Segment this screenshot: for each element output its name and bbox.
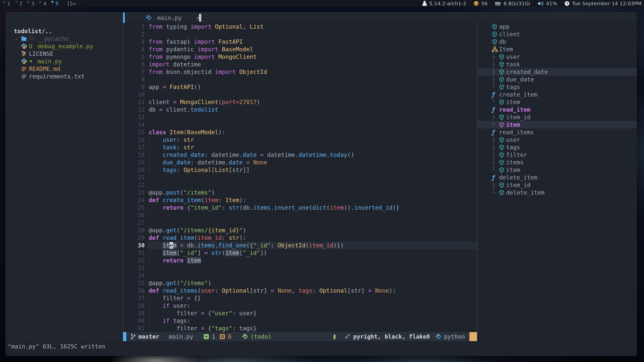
tree-item[interactable]: ›__pycache__	[6, 35, 123, 42]
code-line-28[interactable]: 28@app.get("/items/{item_id}")	[124, 227, 477, 234]
code-line-24[interactable]: 24def create_item(item: Item):	[124, 196, 477, 204]
code-line-19[interactable]: 19due_date: datetime.date = None	[124, 159, 477, 166]
code-line-37[interactable]: 37filter = {}	[124, 294, 477, 302]
branch-icon	[130, 333, 136, 340]
outline-item[interactable]: ├user	[477, 53, 637, 61]
code-editor[interactable]: 1from typing import Optional, List23from…	[124, 23, 477, 341]
layout-indicator[interactable]: []=	[68, 1, 76, 7]
tag-indicator	[4, 1, 5, 3]
field-icon	[499, 182, 506, 188]
outline-item[interactable]: ƒread_item	[477, 106, 637, 113]
field-icon	[499, 152, 506, 158]
command-line-message[interactable]: "main.py" 63L, 1625C written	[6, 341, 637, 356]
code-line-29[interactable]: 29def read_item(item_id: str):	[124, 234, 477, 242]
code-line-17[interactable]: 17task: str	[124, 144, 477, 151]
outline-item[interactable]: ├tags	[477, 144, 637, 151]
code-line-23[interactable]: 23@app.post("/items")	[124, 189, 477, 196]
outline-item[interactable]: ├item_id	[477, 181, 637, 189]
status-package: 56	[473, 1, 488, 7]
code-line-20[interactable]: 20tags: Optional[List[str]]	[124, 166, 477, 174]
code-line-3[interactable]: 3from fastapi import FastAPI	[124, 38, 477, 46]
outline-item[interactable]: Item	[477, 46, 637, 53]
outline-item[interactable]: client	[477, 30, 637, 38]
code-line-31[interactable]: 31item["_id"] = str(item["_id"])	[124, 249, 477, 257]
tab-main-py[interactable]: main.py ✕	[146, 13, 199, 23]
code-line-15[interactable]: 15class Item(BaseModel):	[124, 128, 477, 136]
code-line-27[interactable]: 27	[124, 219, 477, 227]
code-line-8[interactable]: 8	[124, 76, 477, 83]
code-line-2[interactable]: 2	[124, 30, 477, 38]
terminal-editor-window: main.py ✕ todolist/..›__pycache__Udebug_…	[6, 12, 637, 356]
tree-item[interactable]: README.md	[6, 65, 123, 73]
outline-item[interactable]: ƒcreate_item	[477, 91, 637, 98]
workspace-tag-1[interactable]: 1	[4, 1, 11, 7]
workspace-tag-4[interactable]: 4	[39, 1, 47, 7]
outline-item[interactable]: └tags	[477, 83, 637, 91]
outline-item[interactable]: db	[477, 38, 637, 46]
outline-item[interactable]: └item	[477, 121, 637, 128]
code-line-11[interactable]: 11client = MongoClient(port=27017)	[124, 98, 477, 106]
code-line-36[interactable]: 36def read_items(user: Optional[str] = N…	[124, 287, 477, 294]
code-line-39[interactable]: 39filter = {"user": user}	[124, 309, 477, 317]
filetype: python	[435, 333, 465, 340]
code-line-30[interactable]: 30item = db.items.find_one({"_id": Objec…	[124, 242, 477, 249]
outline-item[interactable]: ├user	[477, 136, 637, 144]
code-line-22[interactable]: 22	[124, 181, 477, 189]
workspace-tag-2[interactable]: 2	[16, 1, 23, 7]
code-line-9[interactable]: 9app = FastAPI()	[124, 83, 477, 91]
code-line-33[interactable]: 33	[124, 264, 477, 272]
workspace-tag-3[interactable]: 3	[27, 1, 34, 7]
outline-item[interactable]: ƒdelete_item	[477, 174, 637, 181]
tag-indicator	[27, 1, 29, 3]
code-line-40[interactable]: 40if tags:	[124, 317, 477, 325]
code-line-32[interactable]: 32return item	[124, 257, 477, 264]
tree-item[interactable]: requirements.txt	[6, 73, 123, 80]
code-line-18[interactable]: 18created_date: datetime.date = datetime…	[124, 151, 477, 159]
outline-item[interactable]: ƒread_items	[477, 128, 637, 136]
code-line-5[interactable]: 5from pymongo import MongoClient	[124, 53, 477, 61]
outline-item[interactable]: ├task	[477, 61, 637, 68]
code-line-1[interactable]: 1from typing import Optional, List	[124, 23, 477, 30]
md-icon	[21, 66, 29, 72]
outline-item[interactable]: ├created_date	[477, 68, 637, 76]
code-line-13[interactable]: 13	[124, 113, 477, 121]
outline-item[interactable]: ├item_id	[477, 113, 637, 121]
outline-item[interactable]: ├filter	[477, 151, 637, 159]
outline-item[interactable]: app	[477, 23, 637, 30]
outline-item[interactable]: ├due_date	[477, 76, 637, 83]
code-line-14[interactable]: 14	[124, 121, 477, 128]
field-icon	[499, 167, 506, 173]
code-line-26[interactable]: 26	[124, 211, 477, 219]
code-line-4[interactable]: 4from pydantic import BaseModel	[124, 46, 477, 53]
code-line-16[interactable]: 16user: str	[124, 136, 477, 144]
outline-item[interactable]: ├items	[477, 159, 637, 166]
code-line-7[interactable]: 7from bson.objectid import ObjectId	[124, 68, 477, 76]
clock-icon	[564, 1, 570, 6]
code-line-41[interactable]: 41filter = {"tags": tags}	[124, 325, 477, 332]
tree-item[interactable]: •main.py	[6, 58, 123, 65]
workspace-tag-5[interactable]: 5	[52, 1, 59, 7]
field-icon	[499, 121, 506, 128]
outline-item[interactable]: └item	[477, 166, 637, 174]
symbols-outline: appclientdbItem├user├task├created_date├d…	[477, 23, 637, 341]
field-icon	[499, 84, 506, 90]
field-icon	[492, 31, 499, 37]
tree-item[interactable]: Udebug_example.py	[6, 42, 123, 50]
diagnostic-count: 6	[219, 333, 231, 340]
python-icon	[21, 43, 29, 49]
outline-item[interactable]: └delete_item	[477, 189, 637, 196]
function-icon: ƒ	[492, 174, 499, 181]
code-line-38[interactable]: 38if user:	[124, 302, 477, 309]
outline-item[interactable]: └item	[477, 98, 637, 106]
code-line-6[interactable]: 6import datetime	[124, 61, 477, 68]
code-line-34[interactable]: 34	[124, 272, 477, 279]
field-icon	[499, 76, 506, 83]
code-line-10[interactable]: 10	[124, 91, 477, 98]
tree-item[interactable]: LICENSE	[6, 50, 123, 58]
code-line-35[interactable]: 35@app.get("/items")	[124, 279, 477, 287]
tree-root[interactable]: todolist/..	[6, 27, 123, 35]
code-line-25[interactable]: 25return {"item_id": str(db.items.insert…	[124, 204, 477, 211]
code-line-21[interactable]: 21	[124, 174, 477, 181]
system-status: 5.14.2-arch1-2568.8Gi/31Gi41%Tue Septemb…	[415, 1, 641, 7]
code-line-12[interactable]: 12db = client.todolist	[124, 106, 477, 113]
